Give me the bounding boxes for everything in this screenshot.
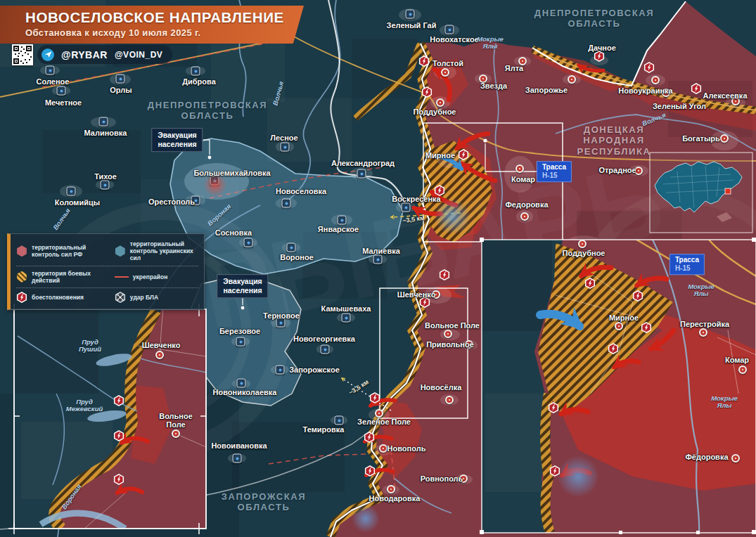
settlement-footprint	[186, 66, 205, 76]
legend-label: территория боевых действий	[32, 270, 115, 284]
rf-control-icon	[16, 245, 27, 257]
legend-row: боестолкновения удар БЛА	[16, 287, 198, 306]
legend-label: боестолкновения	[32, 294, 84, 301]
legend-item-clash: боестолкновения	[16, 292, 115, 303]
legend-row: территория боевых действий укрепрайон	[16, 266, 198, 287]
settlement-footprint	[514, 56, 531, 66]
legend-row: территориальный контроль сил РФ территор…	[16, 237, 198, 266]
settlement-footprint	[563, 75, 581, 84]
legend-item-rf: территориальный контроль сил РФ	[16, 240, 115, 262]
settlement-footprint	[710, 131, 738, 150]
inset-left	[8, 304, 206, 534]
combat-zone-icon	[16, 271, 27, 283]
locator-highlight-square	[725, 188, 731, 194]
settlement-footprint	[399, 8, 421, 21]
settlement-footprint	[276, 141, 294, 153]
legend-label: территориальный контроль сил РФ	[32, 244, 115, 258]
settlement-footprint	[461, 340, 478, 350]
legend-item-combat: территория боевых действий	[16, 270, 115, 284]
settlement-footprint	[110, 74, 131, 85]
settlement-footprint	[331, 415, 347, 425]
qr-code-icon	[12, 44, 33, 65]
title-banner: НОВОСЕЛОВСКОЕ НАПРАВЛЕНИЕ Обстановка к и…	[0, 6, 304, 44]
settlement-footprint	[590, 56, 608, 65]
settlement-footprint	[726, 97, 745, 108]
uav-strike-icon	[115, 292, 126, 303]
legend-panel: территориальный контроль сил РФ территор…	[7, 233, 205, 310]
legend-label: удар БЛА	[130, 294, 158, 301]
channel-handles: @RYBAR @VOIN_DV	[37, 45, 172, 64]
settlement-footprint	[383, 485, 399, 495]
ua-control-icon	[115, 245, 126, 257]
inset-right	[480, 238, 756, 534]
settlement-footprint	[52, 86, 70, 96]
settlement-footprint	[316, 344, 333, 354]
locator-map	[649, 152, 753, 233]
settlement-footprint	[440, 25, 459, 36]
legend-label: территориальный контроль украинских сил	[130, 240, 198, 262]
legend-item-ua: территориальный контроль украинских сил	[115, 240, 198, 262]
channel-rybar: @RYBAR	[61, 49, 108, 60]
settlement-footprint	[96, 180, 114, 190]
settlement-footprint	[454, 474, 473, 484]
settlement-footprint	[475, 74, 492, 84]
settlement-footprint	[375, 444, 392, 455]
settlement-footprint	[91, 117, 116, 128]
settlement-footprint	[228, 453, 246, 463]
map-subtitle: Обстановка к исходу 10 июля 2025 г.	[25, 27, 304, 38]
settlement-footprint	[369, 408, 390, 421]
legend-item-uav: удар БЛА	[115, 292, 198, 303]
settlement-footprint	[646, 75, 665, 86]
telegram-icon	[41, 48, 54, 61]
map-title: НОВОСЕЛОВСКОЕ НАПРАВЛЕНИЕ	[25, 9, 304, 26]
settlement-footprint	[350, 167, 373, 180]
settlement-footprint	[658, 89, 674, 98]
clash-icon	[16, 292, 27, 303]
settlement-footprint	[276, 198, 297, 209]
legend-item-fortline: укрепрайон	[115, 270, 198, 284]
channel-voin-dv: @VOIN_DV	[115, 50, 162, 60]
settlement-footprint	[40, 65, 60, 75]
settlement-footprint	[440, 394, 459, 406]
settlement-footprint	[184, 163, 249, 200]
settlement-footprint	[60, 185, 82, 198]
legend-label: укрепрайон	[133, 273, 168, 280]
map-canvas: РЫБАРЬ	[0, 0, 756, 537]
fortified-line-icon	[115, 276, 129, 278]
settlement-footprint	[440, 329, 460, 340]
